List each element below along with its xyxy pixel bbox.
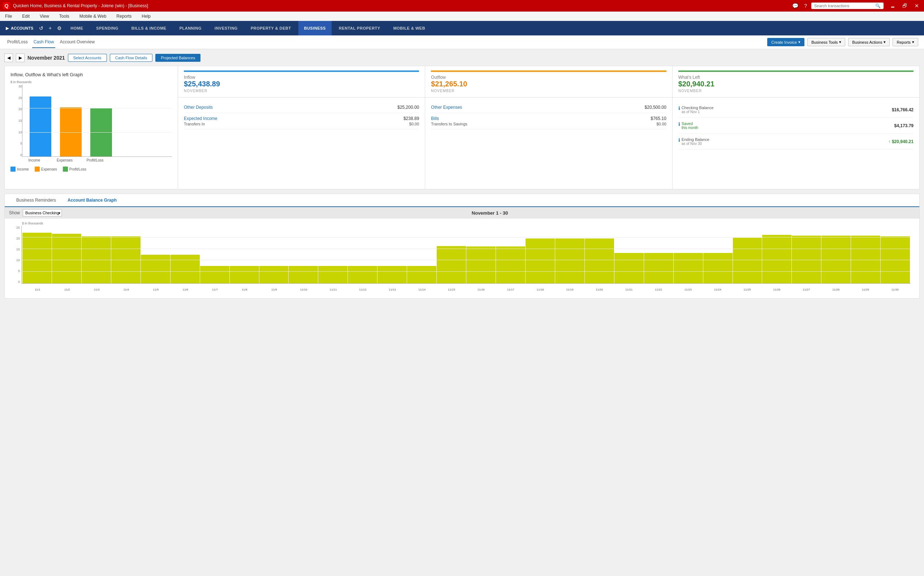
search-icon: 🔍 [875,3,881,8]
abg-xlabel-11/18: 11/18 [525,288,555,291]
abg-xlabel-11/29: 11/29 [851,288,880,291]
nav-tab-planning[interactable]: PLANNING [174,21,207,35]
abg-bar-11/7 [200,266,229,283]
chevron-down-icon: ▾ [798,40,801,45]
message-icon[interactable]: 💬 [792,3,798,9]
ending-balance-value: ↑ $20,940.21 [889,139,913,144]
abg-y-5: 5 [8,269,20,273]
tab-account-balance-graph[interactable]: Account Balance Graph [62,194,123,207]
nav-tab-mobile[interactable]: MOBILE & WEB [388,21,431,35]
account-select[interactable]: Business Checking [23,209,62,216]
legend-profit-loss: Profit/Loss [63,166,86,172]
y-label-20: 20 [11,107,22,111]
x-label-expenses: Expenses [54,158,75,162]
business-actions-button[interactable]: Business Actions ▾ [848,38,890,46]
abg-y-10: 10 [8,258,20,262]
nav-tab-bills[interactable]: BILLS & INCOME [126,21,172,35]
abg-xlabel-11/26: 11/26 [762,288,792,291]
abg-bar-11/5 [141,255,170,284]
business-tools-button[interactable]: Business Tools ▾ [808,38,845,46]
abg-xlabel-11/20: 11/20 [584,288,614,291]
abg-xlabel-11/21: 11/21 [614,288,644,291]
abg-bar-11/14 [407,266,436,283]
prev-month-button[interactable]: ◀ [4,53,13,62]
legend-income: Income [11,166,29,172]
abg-bar-11/9 [259,266,289,283]
refresh-icon[interactable]: ↺ [38,24,45,32]
whats-left-section: What's Left $20,940.21 NOVEMBER ℹ Checki… [673,66,919,189]
info-icon-checking[interactable]: ℹ [678,106,680,111]
projected-balances-button[interactable]: Projected Balances [155,54,201,62]
menu-view[interactable]: View [38,13,51,19]
menu-reports[interactable]: Reports [114,13,134,19]
abg-bar-11/12 [348,266,377,283]
cash-flow-details-button[interactable]: Cash Flow Details [110,54,153,62]
abg-bar-11/13 [377,266,407,283]
outflow-header: Outflow $21,265.10 NOVEMBER [425,66,672,98]
title-bar: Q Quicken Home, Business & Rental Proper… [0,0,924,11]
abg-xlabel-11/23: 11/23 [673,288,703,291]
abg-xlabel-11/22: 11/22 [644,288,673,291]
abg-xlabel-11/27: 11/27 [792,288,821,291]
y-label-5: 5 [11,142,22,145]
next-month-button[interactable]: ▶ [16,53,25,62]
legend-expenses: Expenses [35,166,57,172]
y-label-15: 15 [11,119,22,123]
menu-mobile-web[interactable]: Mobile & Web [77,13,109,19]
search-input[interactable] [814,3,873,8]
account-select-wrapper[interactable]: Business Checking ▾ [23,209,62,216]
checking-balance-row: ℹ Checking Balance as of Nov 1 $16,766.4… [678,102,913,118]
tab-account-overview[interactable]: Account Overview [58,37,96,48]
nav-tab-property[interactable]: PROPERTY & DEBT [245,21,297,35]
info-icon-saved[interactable]: ℹ [678,122,680,127]
close-button[interactable]: ✕ [913,2,921,10]
abg-xlabel-11/13: 11/13 [377,288,407,291]
search-box[interactable]: 🔍 [811,3,884,9]
help-icon[interactable]: ? [804,3,807,9]
other-deposits-link[interactable]: Other Deposits [184,105,213,110]
saved-this-month-row: ℹ Saved this month $4,173.79 [678,118,913,134]
menu-help[interactable]: Help [139,13,153,19]
abg-xlabel-11/17: 11/17 [496,288,525,291]
abg-xlabel-11/4: 11/4 [112,288,141,291]
abg-bar-11/6 [171,255,200,284]
abg-xlabel-11/19: 11/19 [555,288,584,291]
abg-bar-11/17 [496,246,525,283]
settings-icon[interactable]: ⚙ [56,24,63,32]
menu-tools[interactable]: Tools [57,13,72,19]
chevron-down-icon: ▾ [912,40,914,45]
abg-bar-11/18 [525,238,555,283]
restore-button[interactable]: 🗗 [900,2,910,10]
content-area: ◀ ▶ November 2021 Select Accounts Cash F… [0,49,924,576]
abg-bar-11/16 [466,246,496,283]
nav-tab-spending[interactable]: SPENDING [90,21,124,35]
abg-bar-11/11 [318,266,348,283]
menu-edit[interactable]: Edit [20,13,32,19]
bills-link[interactable]: Bills [431,116,467,121]
abg-bar-11/24 [703,253,732,283]
add-icon[interactable]: ＋ [46,24,54,33]
nav-tab-investing[interactable]: INVESTING [209,21,243,35]
create-invoice-button[interactable]: Create Invoice ▾ [767,38,804,46]
menu-file[interactable]: File [3,13,14,19]
ending-balance-row: ℹ Ending Balance as of Nov 30 ↑ $20,940.… [678,134,913,150]
minimize-button[interactable]: 🗕 [888,2,897,10]
account-balance-chart: $ in thousands 0 5 10 15 20 25 [5,219,919,298]
abg-xlabel-11/7: 11/7 [200,288,230,291]
nav-tab-business[interactable]: BUSINESS [298,21,332,35]
abg-xlabel-11/25: 11/25 [732,288,762,291]
reports-button[interactable]: Reports ▾ [892,38,918,46]
expected-income-link[interactable]: Expected Income [184,116,217,121]
tab-profit-loss[interactable]: Profit/Loss [6,37,29,48]
saved-sublabel: this month [681,126,698,130]
select-accounts-button[interactable]: Select Accounts [68,54,107,62]
nav-tab-home[interactable]: HOME [65,21,89,35]
tab-business-reminders[interactable]: Business Reminders [11,194,62,207]
x-label-profitloss: Profit/Loss [84,158,106,162]
tab-cash-flow[interactable]: Cash Flow [32,37,56,48]
info-icon-ending[interactable]: ℹ [678,137,680,143]
outflow-section: Outflow $21,265.10 NOVEMBER Other Expens… [425,66,672,189]
x-label-income: Income [24,158,45,162]
other-expenses-link[interactable]: Other Expenses [431,105,462,110]
nav-tab-rental[interactable]: RENTAL PROPERTY [333,21,386,35]
